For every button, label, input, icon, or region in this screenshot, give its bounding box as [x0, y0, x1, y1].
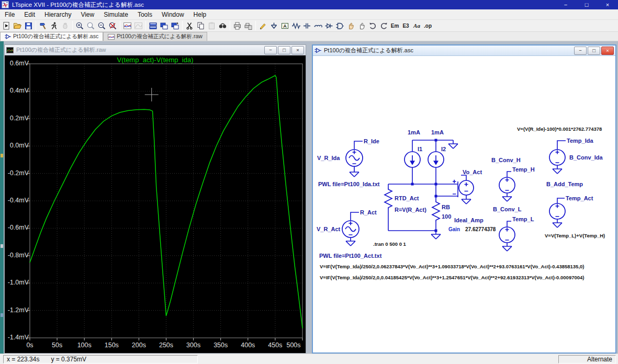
resistor-button[interactable]	[290, 20, 301, 31]
net-label-vo-act[interactable]: Vo_Act	[463, 169, 482, 175]
ground-button[interactable]	[268, 20, 279, 31]
paste-button[interactable]	[206, 20, 217, 31]
x-axis-label: 50s	[46, 342, 69, 349]
menu-item-view[interactable]: View	[76, 10, 99, 19]
net-label-temp-h[interactable]: Temp_H	[512, 166, 535, 173]
menu-item-hierarchy[interactable]: Hierarchy	[40, 10, 76, 19]
i2-value: 1mA	[431, 129, 444, 135]
tab-schematic-asc[interactable]: Pt100の複合補正式による解析.asc	[0, 32, 103, 41]
schematic-canvas[interactable]: V_R_Ida R_Ide PWL file=Pt100_Ida.txt 1mA…	[313, 56, 615, 352]
waveform-window-icon	[6, 47, 14, 53]
b-source-temp-l[interactable]	[499, 227, 515, 243]
run-button[interactable]	[49, 20, 60, 31]
b-source-temp-h[interactable]	[499, 177, 515, 193]
window-minimize-button[interactable]: −	[555, 0, 576, 9]
resistor-rb[interactable]	[432, 200, 440, 222]
waveform-plot[interactable]: V(temp_act)-V(temp_ida) 0s50s100s150s200…	[5, 55, 306, 353]
plot-restore-button[interactable]: □	[278, 46, 290, 54]
zoom-in-button[interactable]	[74, 20, 85, 31]
rtd-value: R=V(R_Act)	[395, 207, 426, 213]
redo-button[interactable]	[378, 20, 389, 31]
schematic-window-titlebar[interactable]: Pt100の複合補正式による解析.asc − □ ×	[313, 46, 615, 56]
waveform-window-titlebar[interactable]: Pt100の複合補正式による解析.raw − □ ×	[5, 45, 306, 55]
tile-vertical-button[interactable]	[159, 20, 170, 31]
menu-item-file[interactable]: File	[0, 10, 19, 19]
amp-gain-label: Gain	[448, 226, 460, 232]
ideal-amp[interactable]	[453, 180, 474, 195]
net-label-button[interactable]: A	[279, 20, 290, 31]
text-button[interactable]: Aa	[411, 20, 422, 31]
save-button[interactable]	[23, 20, 34, 31]
schematic-restore-button[interactable]: □	[588, 47, 600, 55]
waveform-plot-canvas[interactable]	[5, 55, 306, 343]
find-button[interactable]	[217, 20, 228, 31]
menu-item-window[interactable]: Window	[157, 10, 189, 19]
zoom-back-button[interactable]	[85, 20, 96, 31]
capacitor-button[interactable]	[301, 20, 312, 31]
inductor-button[interactable]	[312, 20, 323, 31]
menu-item-help[interactable]: Help	[189, 10, 211, 19]
x-axis-label: 300s	[182, 342, 205, 349]
b-source-add-temp[interactable]	[549, 203, 565, 219]
tab-waveform-raw[interactable]: Pt100の複合補正式による解析.raw	[103, 32, 207, 41]
diode-button[interactable]	[323, 20, 334, 31]
menu-item-tools[interactable]: Tools	[133, 10, 157, 19]
open-file-button[interactable]	[12, 20, 23, 31]
drag-button[interactable]	[356, 20, 367, 31]
schematic-close-button[interactable]: ×	[601, 47, 614, 55]
net-label-temp-ida[interactable]: Temp_Ida	[567, 138, 593, 144]
cascade-button[interactable]	[170, 20, 181, 31]
copy-button[interactable]	[195, 20, 206, 31]
control-panel-button[interactable]	[38, 20, 49, 31]
net-label-temp-act[interactable]: Temp_Act	[566, 195, 593, 201]
spice-directive-button[interactable]: .op	[422, 20, 433, 31]
schematic-minimize-button[interactable]: −	[574, 47, 587, 55]
menu-item-edit[interactable]: Edit	[19, 10, 40, 19]
undo-button[interactable]	[367, 20, 378, 31]
waveform-window-title: Pt100の複合補正式による解析.raw	[16, 46, 106, 54]
inductor-icon	[313, 21, 322, 30]
resistor-rtd-act[interactable]	[385, 188, 392, 209]
plot-minimize-button[interactable]: −	[264, 46, 277, 54]
net-label-temp-l[interactable]: Temp_L	[512, 216, 534, 222]
capacitor-icon	[302, 21, 311, 30]
plot-settings-button[interactable]	[122, 20, 133, 31]
draw-wire-button[interactable]	[257, 20, 268, 31]
plot-close-button[interactable]: ×	[291, 46, 304, 54]
voltage-source-v-r-ida[interactable]	[346, 150, 363, 166]
rotate-button[interactable]: E3	[400, 20, 411, 31]
window-maximize-button[interactable]: □	[576, 0, 597, 9]
net-label-r-ide[interactable]: R_Ide	[364, 138, 379, 144]
new-schematic-button[interactable]	[1, 20, 12, 31]
fft-button[interactable]	[133, 20, 144, 31]
copy-icon	[196, 21, 205, 30]
cut-button[interactable]	[184, 20, 195, 31]
tile-horizontal-button[interactable]	[148, 20, 159, 31]
svg-text:A: A	[283, 23, 287, 28]
current-source-i1[interactable]	[404, 152, 420, 167]
zoom-fit-button[interactable]	[107, 20, 118, 31]
cascade-icon	[171, 21, 179, 30]
zoom-out-button[interactable]	[96, 20, 107, 31]
move-button[interactable]	[345, 20, 356, 31]
title-bar[interactable]: LTspice XVII - Pt100の複合補正式による解析.asc − □ …	[0, 0, 618, 9]
component-button[interactable]	[334, 20, 345, 31]
text-icon: Aa	[413, 22, 420, 29]
current-source-i2[interactable]	[428, 152, 444, 167]
rtd-name: RTD_Act	[395, 195, 419, 201]
ground-icon	[269, 21, 278, 30]
halt-button[interactable]	[60, 20, 71, 31]
net-label-r-act[interactable]: R_Act	[360, 209, 377, 215]
mirror-button[interactable]: Em	[389, 20, 400, 31]
zoom-back-icon	[86, 21, 95, 30]
formula-conv-h: V=IF(V(Temp_Ida)/250/2,0.06237843*V(Vo_A…	[320, 264, 584, 269]
print-icon	[233, 21, 242, 30]
waveform-doc-icon	[108, 34, 115, 40]
voltage-source-v-r-act[interactable]	[342, 221, 359, 237]
window-close-button[interactable]: ×	[597, 0, 618, 9]
tran-directive[interactable]: .tran 0 500 0 1	[373, 241, 407, 247]
b-source-conv-ida[interactable]	[549, 150, 565, 165]
print-button[interactable]	[232, 20, 243, 31]
menu-item-simulate[interactable]: Simulate	[99, 10, 133, 19]
print-preview-button[interactable]	[243, 20, 254, 31]
